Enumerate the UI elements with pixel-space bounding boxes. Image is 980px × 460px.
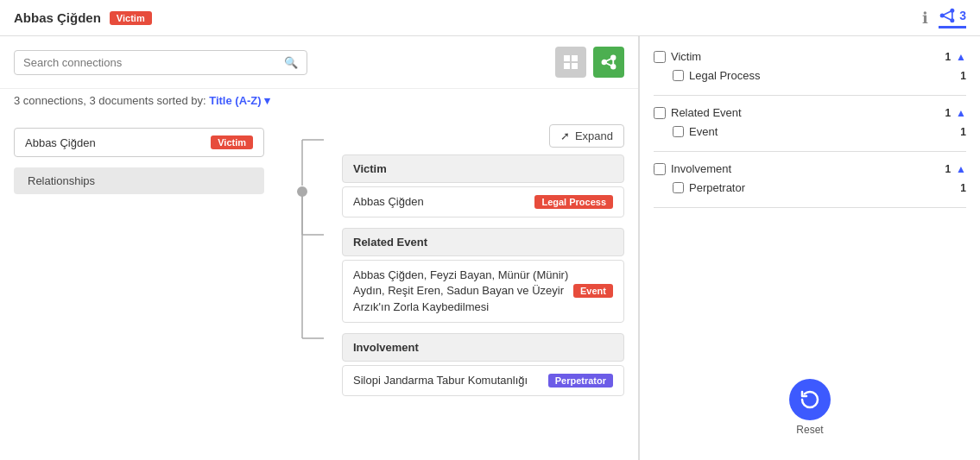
grid-view-button[interactable] bbox=[555, 47, 586, 78]
reset-label: Reset bbox=[796, 424, 823, 436]
filter-label-related-event[interactable]: Related Event bbox=[671, 106, 939, 119]
filter-controls-involvement: ▲ bbox=[956, 164, 966, 174]
filter-up-arrow-involvement[interactable]: ▲ bbox=[956, 164, 966, 174]
network-icon bbox=[939, 7, 956, 24]
divider-2 bbox=[654, 151, 966, 152]
event-badge: Event bbox=[573, 284, 613, 298]
expand-icon: ➚ bbox=[560, 129, 570, 142]
group-involvement: Involvement Silopi Jandarma Tabur Komuta… bbox=[342, 333, 624, 400]
group-header-victim: Victim bbox=[342, 154, 624, 183]
filter-sub-perpetrator: Perpetrator 1 bbox=[654, 179, 966, 197]
filter-controls-related-event: ▲ bbox=[956, 108, 966, 118]
header-left: Abbas Çiğden Victim bbox=[14, 10, 152, 25]
filter-controls-victim: ▲ bbox=[956, 52, 966, 62]
right-panel: Victim 1 ▲ Legal Process 1 Related Event… bbox=[639, 36, 980, 460]
expand-label: Expand bbox=[575, 129, 613, 142]
filter-up-arrow-victim[interactable]: ▲ bbox=[956, 52, 966, 62]
legal-process-badge: Legal Process bbox=[534, 195, 613, 209]
node-victim-badge: Victim bbox=[211, 135, 253, 149]
filter-checkbox-event[interactable] bbox=[673, 126, 684, 137]
count-badge: 3 bbox=[939, 7, 966, 28]
search-icon[interactable]: 🔍 bbox=[284, 56, 298, 69]
sort-info: 3 connections, 3 documents sorted by: bbox=[14, 94, 206, 107]
filter-label-event[interactable]: Event bbox=[689, 125, 955, 138]
filter-sub-event: Event 1 bbox=[654, 123, 966, 141]
filter-row-involvement: Involvement 1 ▲ bbox=[654, 159, 966, 179]
svg-line-4 bbox=[942, 16, 952, 21]
filter-label-legal-process[interactable]: Legal Process bbox=[689, 69, 955, 82]
filter-checkbox-victim[interactable] bbox=[654, 51, 666, 63]
filter-count-related-event: 1 bbox=[945, 107, 951, 119]
filter-group-involvement: Involvement 1 ▲ Perpetrator 1 bbox=[654, 159, 966, 197]
list-item[interactable]: Silopi Jandarma Tabur Komutanlığı Perpet… bbox=[342, 365, 624, 396]
list-item[interactable]: Abbas Çiğden Legal Process bbox=[342, 186, 624, 217]
group-victim: Victim Abbas Çiğden Legal Process bbox=[342, 154, 624, 221]
filter-count-legal-process: 1 bbox=[960, 70, 966, 82]
filter-row-related-event: Related Event 1 ▲ bbox=[654, 103, 966, 123]
filter-checkbox-perpetrator[interactable] bbox=[673, 182, 684, 193]
node-panel: Abbas Çiğden Victim Relationships bbox=[0, 114, 276, 460]
search-bar: 🔍 bbox=[0, 36, 638, 89]
group-header-related-event: Related Event bbox=[342, 228, 624, 256]
connection-count: 3 bbox=[959, 9, 966, 22]
filter-label-involvement[interactable]: Involvement bbox=[671, 162, 939, 175]
svg-rect-6 bbox=[564, 55, 570, 61]
filter-count-involvement: 1 bbox=[945, 163, 951, 175]
filter-group-related-event: Related Event 1 ▲ Event 1 bbox=[654, 103, 966, 141]
divider-3 bbox=[654, 207, 966, 208]
reset-icon bbox=[800, 389, 820, 410]
victim-badge: Victim bbox=[110, 11, 152, 25]
reset-button[interactable] bbox=[789, 379, 831, 420]
svg-rect-7 bbox=[572, 55, 578, 61]
svg-rect-8 bbox=[564, 63, 570, 69]
grid-icon bbox=[563, 54, 579, 70]
svg-rect-9 bbox=[572, 63, 578, 69]
filter-up-arrow-related-event[interactable]: ▲ bbox=[956, 108, 966, 118]
header: Abbas Çiğden Victim ℹ 3 bbox=[0, 0, 980, 36]
filter-count-perpetrator: 1 bbox=[960, 182, 966, 194]
filter-sub-legal-process: Legal Process 1 bbox=[654, 66, 966, 85]
filter-count-victim: 1 bbox=[945, 51, 951, 63]
left-panel: 🔍 3 connections, 3 docum bbox=[0, 36, 639, 460]
header-right: ℹ 3 bbox=[922, 7, 966, 28]
sort-link[interactable]: Title (A-Z) ▾ bbox=[209, 94, 270, 107]
sort-label: Title (A-Z) bbox=[209, 94, 261, 107]
filter-label-perpetrator[interactable]: Perpetrator bbox=[689, 181, 955, 194]
expand-button[interactable]: ➚ Expand bbox=[549, 124, 624, 148]
group-header-involvement: Involvement bbox=[342, 333, 624, 362]
node-name: Abbas Çiğden bbox=[25, 136, 96, 149]
network-view-icon bbox=[601, 54, 616, 70]
reset-area: Reset bbox=[654, 365, 966, 450]
network-view-button[interactable] bbox=[593, 47, 624, 78]
filter-checkbox-legal-process[interactable] bbox=[673, 70, 684, 81]
filter-row-victim: Victim 1 ▲ bbox=[654, 47, 966, 66]
filter-label-victim[interactable]: Victim bbox=[671, 50, 939, 63]
item-text: Abbas Çiğden, Feyzi Bayan, Münür (Münir)… bbox=[353, 268, 573, 315]
view-toggle bbox=[555, 47, 624, 78]
main-container: 🔍 3 connections, 3 docum bbox=[0, 36, 980, 460]
sort-bar: 3 connections, 3 documents sorted by: Ti… bbox=[0, 89, 638, 114]
svg-line-3 bbox=[942, 10, 952, 16]
page-title: Abbas Çiğden bbox=[14, 10, 101, 25]
connections-panel: ➚ Expand Victim Abbas Çiğden Legal Proce… bbox=[328, 114, 638, 460]
group-related-event: Related Event Abbas Çiğden, Feyzi Bayan,… bbox=[342, 228, 624, 326]
expand-bar: ➚ Expand bbox=[342, 121, 624, 154]
relationships-label: Relationships bbox=[14, 167, 264, 194]
divider-1 bbox=[654, 95, 966, 96]
search-input[interactable] bbox=[23, 56, 277, 69]
connector-area bbox=[276, 114, 328, 460]
filter-checkbox-related-event[interactable] bbox=[654, 107, 666, 119]
info-icon[interactable]: ℹ bbox=[922, 9, 928, 28]
content-area: Abbas Çiğden Victim Relationships bbox=[0, 114, 638, 460]
item-text: Silopi Jandarma Tabur Komutanlığı bbox=[353, 373, 548, 388]
filter-count-event: 1 bbox=[960, 126, 966, 138]
perpetrator-badge: Perpetrator bbox=[548, 374, 613, 388]
connector-svg bbox=[276, 114, 328, 407]
item-text: Abbas Çiğden bbox=[353, 194, 534, 210]
node-card: Abbas Çiğden Victim bbox=[14, 128, 264, 157]
list-item[interactable]: Abbas Çiğden, Feyzi Bayan, Münür (Münir)… bbox=[342, 260, 624, 323]
search-input-wrapper: 🔍 bbox=[14, 50, 307, 75]
filter-group-victim: Victim 1 ▲ Legal Process 1 bbox=[654, 47, 966, 85]
filter-checkbox-involvement[interactable] bbox=[654, 163, 666, 175]
